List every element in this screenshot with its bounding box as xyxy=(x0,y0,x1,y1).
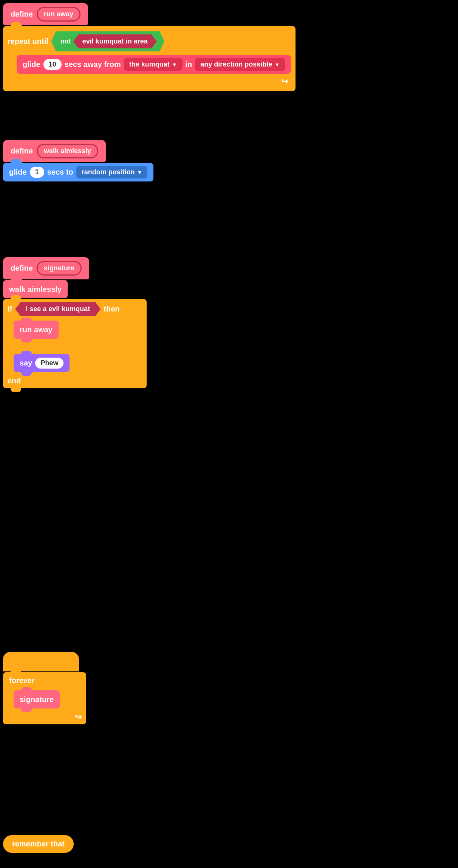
signature-call-label: signature xyxy=(20,695,54,704)
group4-when-clicked: when clicked forever signature xyxy=(3,652,86,724)
when-label: when xyxy=(11,657,30,666)
clicked-label: clicked xyxy=(46,657,71,666)
direction-dropdown[interactable]: any direction possible ▼ xyxy=(195,58,285,71)
kumquat-chevron-icon: ▼ xyxy=(172,62,177,68)
position-chevron-icon: ▼ xyxy=(137,169,142,175)
remember-that-block[interactable]: remember that xyxy=(3,835,74,853)
secs-away-label: secs away from xyxy=(65,60,121,69)
say-label: say xyxy=(20,359,32,367)
then-label: then xyxy=(104,305,119,313)
signature-define-label: signature xyxy=(37,261,82,276)
svg-marker-1 xyxy=(35,657,41,662)
forever-loop-arrow-icon: ↪ xyxy=(75,712,82,722)
i-see-evil-kumquat-condition[interactable]: i see a evil kumquat xyxy=(15,302,101,316)
if-label: if xyxy=(8,305,12,313)
group3-signature: define signature walk aimlessly if i see… xyxy=(3,257,147,388)
walk-aimlessly-call-block[interactable]: walk aimlessly xyxy=(3,280,147,298)
position-dropdown[interactable]: random position ▼ xyxy=(76,166,148,178)
repeat-footer: ↪ xyxy=(8,75,291,87)
direction-chevron-icon: ▼ xyxy=(274,62,280,68)
forever-label: forever xyxy=(9,676,35,685)
glide-away-block[interactable]: glide 10 secs away from the kumquat ▼ in… xyxy=(17,55,291,74)
define-label-2: define xyxy=(11,147,33,155)
group2-walk-aimlessly: define walk aimlessly glide 1 secs to ra… xyxy=(3,140,153,181)
glide-value-1[interactable]: 10 xyxy=(43,59,62,70)
forever-body: signature xyxy=(14,689,86,710)
repeat-until-block[interactable]: repeat until not evil kumquat in area gl… xyxy=(3,26,296,91)
in-label: in xyxy=(186,60,192,69)
end-label: end xyxy=(8,377,21,385)
say-block[interactable]: say Phew xyxy=(14,354,147,372)
group1-define-run-away: define run away repeat until not evil ku… xyxy=(3,3,296,91)
green-flag-icon xyxy=(33,657,43,666)
group5-remember-that: remember that xyxy=(3,835,74,853)
loop-arrow-icon: ↪ xyxy=(281,77,288,87)
define-label: define xyxy=(11,10,33,19)
run-away-label: run away xyxy=(37,7,80,22)
glide-to-block[interactable]: glide 1 secs to random position ▼ xyxy=(3,163,153,181)
signature-call-block[interactable]: signature xyxy=(14,690,86,708)
forever-footer: ↪ xyxy=(3,710,86,724)
remember-that-label: remember that xyxy=(12,840,65,848)
svg-rect-0 xyxy=(34,657,35,666)
walk-aimlessly-call-label: walk aimlessly xyxy=(9,285,62,294)
glide-value-2[interactable]: 1 xyxy=(30,167,44,178)
say-value[interactable]: Phew xyxy=(35,358,63,369)
not-label: not xyxy=(60,37,71,45)
forever-block[interactable]: forever signature ↪ xyxy=(3,672,86,724)
glide-label-2: glide xyxy=(9,168,27,177)
repeat-until-label: repeat until xyxy=(8,37,48,46)
evil-kumquat-label: evil kumquat in area xyxy=(82,37,148,45)
secs-to-label: secs to xyxy=(47,168,73,177)
when-flag-clicked-block[interactable]: when clicked xyxy=(3,652,79,671)
run-away-call-label: run away xyxy=(20,326,53,334)
glide-label-1: glide xyxy=(23,60,40,69)
evil-kumquat-condition[interactable]: evil kumquat in area xyxy=(73,34,157,48)
if-block-container[interactable]: if i see a evil kumquat then run away xyxy=(3,299,147,388)
kumquat-dropdown[interactable]: the kumquat ▼ xyxy=(124,58,183,71)
if-body: run away say Phew xyxy=(14,319,147,374)
condition-label: i see a evil kumquat xyxy=(26,305,90,313)
glide-inner-area: glide 10 secs away from the kumquat ▼ in… xyxy=(17,54,291,75)
walk-aimlessly-label: walk aimlessly xyxy=(37,144,98,158)
run-away-call-block[interactable]: run away xyxy=(14,321,147,339)
not-hexagon[interactable]: not evil kumquat in area xyxy=(51,31,164,51)
if-empty-inner xyxy=(14,340,147,354)
define-label-3: define xyxy=(11,264,33,273)
